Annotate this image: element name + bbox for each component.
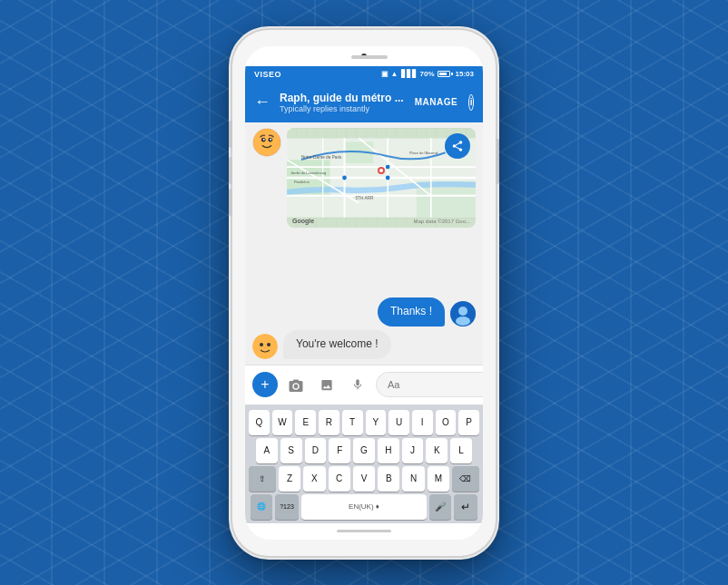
svg-text:Jardin du Luxembourg: Jardin du Luxembourg [290,171,326,175]
globe-key[interactable]: 🌐 [251,494,272,520]
key-M[interactable]: M [428,466,449,492]
svg-text:Notre-Dame de Paris: Notre-Dame de Paris [301,154,342,159]
space-key[interactable]: EN(UK) ♦ [301,494,427,520]
message-bubble-thanks: Thanks ! [378,297,445,327]
key-Z[interactable]: Z [279,466,300,492]
map-copyright: Map data ©2017 Goo... [414,219,470,224]
key-A[interactable]: A [256,438,278,463]
keyboard-row-1: Q W E R T Y U I O P [249,410,479,435]
nav-subtitle: Typically replies instantly [280,104,404,113]
message-row-welcome: You're welcome ! [245,328,483,361]
key-X[interactable]: X [303,466,325,492]
key-Y[interactable]: Y [366,410,387,435]
svg-point-31 [252,334,278,359]
message-bubble-welcome: You're welcome ! [283,330,391,359]
key-V[interactable]: V [353,466,375,492]
key-N[interactable]: N [402,466,424,492]
keyboard: Q W E R T Y U I O P A S D F G H J K [245,405,483,523]
home-bar [337,530,391,532]
svg-point-30 [456,317,470,326]
message-text-thanks: Thanks ! [390,305,432,317]
input-toolbar: + [245,365,483,405]
key-S[interactable]: S [280,438,302,463]
keyboard-bottom-row: 🌐 ?123 EN(UK) ♦ 🎤 ↵ [249,494,479,520]
add-button[interactable]: + [252,372,278,397]
mic-key[interactable]: 🎤 [429,494,451,520]
message-text-welcome: You're welcome ! [296,337,379,350]
phone-mockup: VISEO ▣ ▲ ▋▋▋ 70% 15:03 ← Raph, guide du… [232,30,496,556]
nav-title-area: Raph, guide du métro ... Typically repli… [280,92,404,113]
chat-area: Notre-Dame de Paris Place de l'Arsenal J… [245,122,483,365]
svg-point-23 [342,175,347,180]
info-icon: i [470,97,473,107]
share-button[interactable] [445,133,470,159]
svg-point-33 [267,343,271,346]
svg-point-29 [458,307,467,316]
svg-text:Panthéon: Panthéon [294,179,310,183]
battery-fill [439,73,447,75]
home-indicator [245,523,483,540]
key-B[interactable]: B [378,466,399,492]
key-P[interactable]: P [458,410,479,435]
backspace-key[interactable]: ⌫ [452,466,479,492]
return-key[interactable]: ↵ [454,494,477,520]
back-button[interactable]: ← [254,93,272,112]
bot-avatar-small [252,334,278,359]
numbers-key[interactable]: ?123 [275,494,299,520]
svg-point-4 [270,138,271,140]
speaker-notch [351,55,388,59]
info-button[interactable]: i [468,94,474,111]
svg-text:5TH ARR: 5TH ARR [355,195,374,200]
status-bar: VISEO ▣ ▲ ▋▋▋ 70% 15:03 [245,66,483,83]
plus-icon: + [261,376,269,393]
svg-point-24 [386,164,390,169]
nav-title: Raph, guide du métro ... [280,92,404,104]
signal-icon: ▋▋▋ [401,70,418,78]
wifi-icon: ▲ [391,70,398,78]
key-R[interactable]: R [319,410,339,435]
map-message-row: Notre-Dame de Paris Place de l'Arsenal J… [245,122,483,228]
message-row-thanks: Thanks ! [245,296,483,328]
key-H[interactable]: H [378,438,399,463]
key-W[interactable]: W [272,410,293,435]
key-F[interactable]: F [329,438,350,463]
sim-icon: ▣ [381,70,389,78]
camera-button[interactable] [283,372,309,397]
phone-top-bar [245,46,483,66]
user-avatar-small [450,301,476,327]
key-J[interactable]: J [402,438,424,463]
svg-text:Place de l'Arsenal: Place de l'Arsenal [409,150,438,154]
image-button[interactable] [314,372,339,397]
key-L[interactable]: L [450,438,472,463]
map-bubble: Notre-Dame de Paris Place de l'Arsenal J… [287,128,476,228]
key-G[interactable]: G [353,438,375,463]
keyboard-row-3: ⇧ Z X C V B N M ⌫ [249,466,479,492]
carrier-label: VISEO [254,70,281,79]
messages-list: Thanks ! [245,228,483,365]
time-label: 15:03 [456,70,474,78]
battery-body [438,71,450,77]
key-I[interactable]: I [412,410,433,435]
manage-button[interactable]: MANAGE [411,94,461,110]
key-E[interactable]: E [295,410,316,435]
key-U[interactable]: U [389,410,409,435]
battery-tip [451,73,453,75]
key-Q[interactable]: Q [249,410,270,435]
battery-percent: 70% [420,70,435,78]
message-input[interactable] [376,372,483,397]
google-label: Google [292,218,314,224]
phone-screen: VISEO ▣ ▲ ▋▋▋ 70% 15:03 ← Raph, guide du… [245,46,483,540]
svg-point-3 [263,138,265,140]
key-K[interactable]: K [426,438,448,463]
svg-point-0 [253,129,280,156]
key-O[interactable]: O [436,410,457,435]
key-C[interactable]: C [329,466,350,492]
key-D[interactable]: D [305,438,327,463]
keyboard-row-2: A S D F G H J K L [249,438,479,463]
shift-key[interactable]: ⇧ [249,466,276,492]
status-right: ▣ ▲ ▋▋▋ 70% 15:03 [381,70,474,78]
nav-bar: ← Raph, guide du métro ... Typically rep… [245,83,483,122]
mic-input-button[interactable] [345,372,370,397]
key-T[interactable]: T [342,410,363,435]
svg-point-32 [260,343,263,346]
